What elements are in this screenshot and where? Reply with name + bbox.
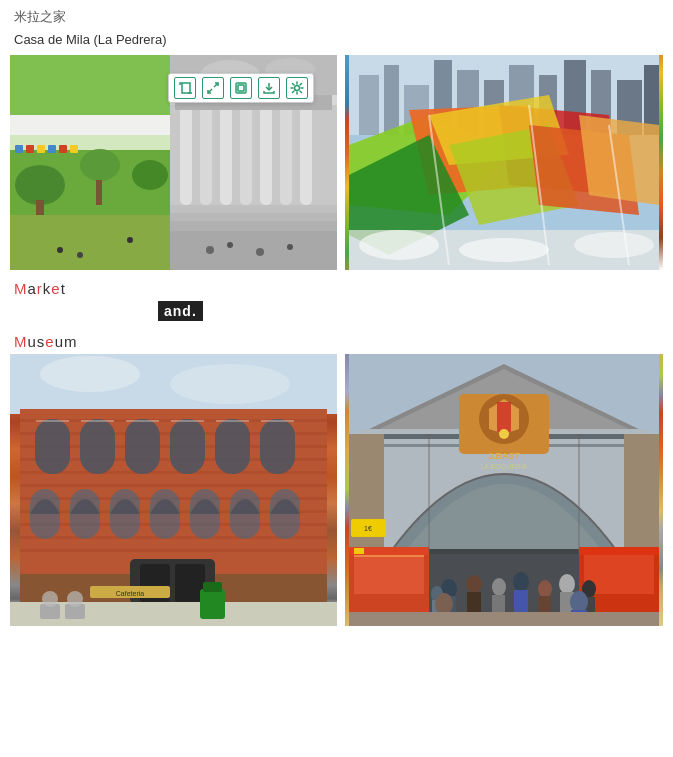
svg-rect-12 — [37, 145, 45, 153]
svg-rect-38 — [170, 231, 337, 270]
market-letter-e: e — [51, 280, 60, 297]
svg-rect-15 — [70, 145, 78, 153]
svg-rect-134 — [349, 434, 384, 564]
svg-rect-10 — [15, 145, 23, 153]
svg-point-149 — [492, 578, 506, 596]
svg-rect-31 — [260, 105, 272, 205]
svg-point-119 — [67, 591, 83, 607]
top-right-image — [345, 55, 663, 270]
svg-rect-135 — [624, 434, 659, 564]
svg-point-39 — [206, 246, 214, 254]
svg-rect-37 — [170, 221, 337, 231]
svg-rect-89 — [20, 549, 327, 552]
export-icon — [262, 81, 276, 95]
svg-point-77 — [170, 364, 290, 404]
svg-point-5 — [295, 86, 300, 91]
svg-rect-96 — [36, 420, 69, 422]
expand-tool-button[interactable] — [202, 77, 224, 99]
bottom-left-image: Cafeteria — [10, 354, 337, 626]
svg-rect-165 — [349, 612, 659, 626]
svg-point-163 — [570, 591, 588, 613]
svg-point-22 — [57, 247, 63, 253]
museum-letter-e: e — [45, 333, 54, 350]
svg-rect-94 — [215, 419, 250, 474]
svg-point-72 — [359, 230, 439, 260]
svg-rect-100 — [216, 420, 249, 422]
svg-rect-144 — [579, 547, 659, 555]
svg-rect-101 — [261, 420, 294, 422]
svg-rect-95 — [260, 419, 295, 474]
svg-rect-48 — [359, 75, 379, 135]
svg-point-24 — [127, 237, 133, 243]
top-images-row — [10, 55, 663, 270]
museum-letter-u2: u — [55, 333, 64, 350]
bottom-images-row: Cafeteria — [10, 354, 663, 626]
svg-rect-97 — [81, 420, 114, 422]
svg-rect-140 — [354, 548, 364, 554]
svg-rect-29 — [220, 105, 232, 205]
svg-point-20 — [132, 160, 168, 190]
svg-point-18 — [80, 149, 120, 181]
svg-rect-49 — [384, 65, 399, 135]
svg-rect-32 — [280, 105, 292, 205]
svg-rect-28 — [200, 105, 212, 205]
svg-rect-84 — [20, 484, 327, 487]
svg-rect-90 — [35, 419, 70, 474]
settings-icon — [290, 81, 304, 95]
svg-rect-121 — [203, 582, 222, 592]
svg-point-41 — [256, 248, 264, 256]
page-container: 米拉之家 Casa de Mila (La Pedrera) — [0, 0, 673, 644]
svg-rect-98 — [126, 420, 159, 422]
svg-rect-21 — [10, 215, 170, 270]
svg-point-23 — [77, 252, 83, 258]
bottom-right-image: J.BAST LA BOQUERIA — [345, 354, 663, 626]
svg-rect-92 — [125, 419, 160, 474]
image-toolbar — [168, 73, 314, 103]
frame-tool-button[interactable] — [230, 77, 252, 99]
svg-rect-137 — [354, 554, 424, 594]
and-text-container: and. — [10, 301, 663, 327]
svg-rect-11 — [26, 145, 34, 153]
svg-point-16 — [15, 165, 65, 205]
museum-letter-m: m — [64, 333, 78, 350]
svg-point-153 — [538, 580, 552, 598]
svg-rect-33 — [300, 105, 312, 205]
expand-icon — [206, 81, 220, 95]
la-boqueria-svg: J.BAST LA BOQUERIA — [345, 354, 663, 626]
svg-point-151 — [513, 572, 529, 592]
settings-tool-button[interactable] — [286, 77, 308, 99]
svg-rect-99 — [171, 420, 204, 422]
svg-point-73 — [459, 238, 549, 262]
crop-tool-button[interactable] — [174, 77, 196, 99]
svg-point-118 — [42, 591, 58, 607]
subtitle: Casa de Mila (La Pedrera) — [10, 32, 663, 47]
breadcrumb: 米拉之家 — [10, 8, 663, 26]
museum-letter-u: u — [28, 333, 37, 350]
export-tool-button[interactable] — [258, 77, 280, 99]
svg-point-155 — [559, 574, 575, 594]
svg-rect-3 — [238, 85, 244, 91]
svg-rect-93 — [170, 419, 205, 474]
svg-rect-14 — [59, 145, 67, 153]
museum-section-label: Museum — [14, 333, 663, 350]
svg-rect-30 — [240, 105, 252, 205]
svg-text:Cafeteria: Cafeteria — [116, 590, 145, 597]
svg-text:1€: 1€ — [364, 525, 372, 532]
market-letter-a: a — [28, 280, 37, 297]
museum-building-svg: Cafeteria — [10, 354, 337, 626]
svg-rect-120 — [200, 589, 225, 619]
svg-rect-27 — [180, 105, 192, 205]
market-letter-t: t — [61, 280, 66, 297]
svg-point-168 — [499, 429, 509, 439]
svg-point-74 — [574, 232, 654, 258]
svg-rect-19 — [96, 180, 102, 205]
svg-rect-91 — [80, 419, 115, 474]
svg-rect-7 — [10, 55, 170, 115]
svg-text:J.BAST: J.BAST — [488, 451, 521, 461]
svg-text:LA BOQUERIA: LA BOQUERIA — [480, 463, 527, 471]
and-text: and. — [158, 301, 203, 321]
svg-rect-13 — [48, 145, 56, 153]
svg-point-42 — [287, 244, 293, 250]
svg-point-147 — [466, 575, 482, 593]
market-section-label: Market — [14, 280, 663, 297]
